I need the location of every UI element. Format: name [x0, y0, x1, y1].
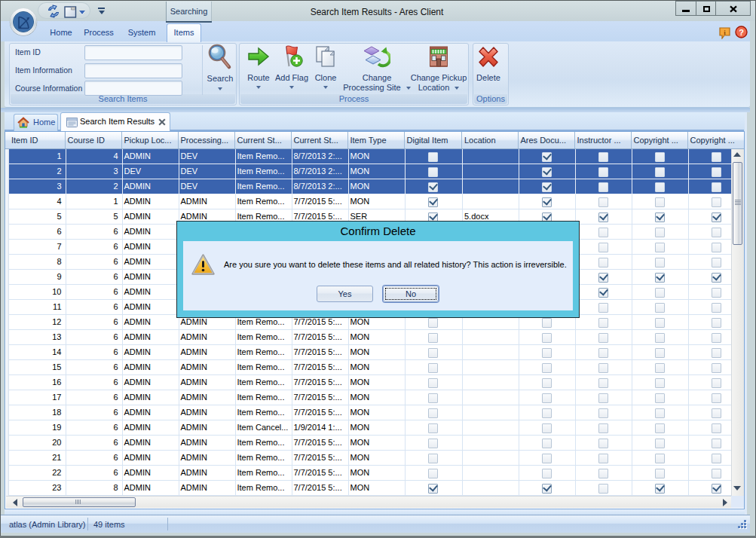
svg-text:?: ? [739, 28, 744, 37]
